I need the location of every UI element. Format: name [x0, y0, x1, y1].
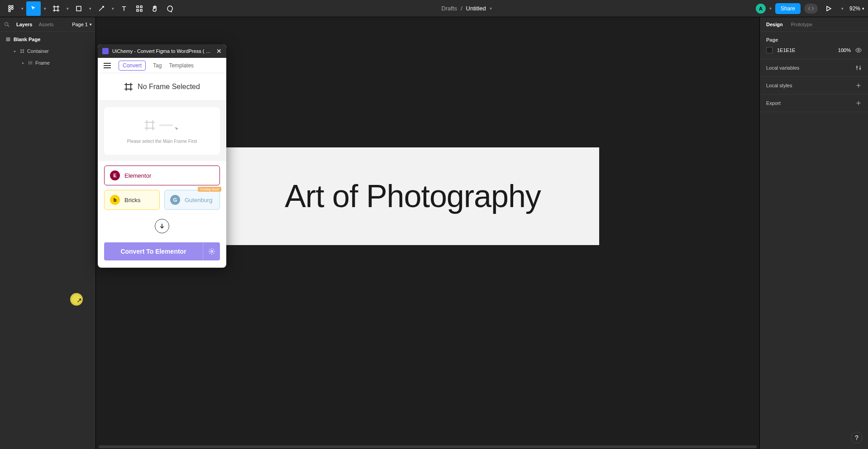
- share-button[interactable]: Share: [775, 3, 801, 14]
- plus-icon[interactable]: [855, 100, 862, 106]
- chevron-down-icon[interactable]: ▾: [64, 1, 71, 16]
- chevron-down-icon[interactable]: ▾: [42, 1, 48, 16]
- svg-line-15: [8, 25, 10, 27]
- chevron-down-icon: ▾: [862, 6, 864, 11]
- svg-rect-12: [137, 9, 138, 11]
- svg-point-0: [9, 5, 10, 7]
- adjust-icon[interactable]: [855, 65, 862, 71]
- plugin-window: UiChemy - Convert Figma to WordPress ( E…: [98, 44, 226, 268]
- assets-tab[interactable]: Assets: [38, 22, 53, 27]
- builder-option-elementor[interactable]: E Elementor: [104, 165, 220, 185]
- arrow-down-icon: [159, 223, 165, 229]
- no-frame-message: No Frame Selected: [98, 73, 226, 101]
- prototype-tab[interactable]: Prototype: [791, 22, 812, 27]
- frame-icon: [20, 49, 24, 53]
- builder-label: Elementor: [124, 172, 151, 179]
- devmode-toggle[interactable]: [804, 4, 818, 14]
- plugin-tab-templates[interactable]: Templates: [169, 62, 194, 69]
- svg-point-26: [858, 49, 859, 51]
- local-styles-label: Local styles: [766, 83, 792, 88]
- svg-point-3: [11, 8, 13, 9]
- layer-label: Frame: [35, 60, 50, 66]
- chevron-down-icon[interactable]: ▾: [110, 1, 116, 16]
- horizontal-scrollbar[interactable]: [99, 445, 757, 448]
- layer-row[interactable]: ▸ Container: [0, 45, 95, 57]
- present-button[interactable]: [821, 1, 836, 16]
- move-tool-button[interactable]: [26, 1, 41, 16]
- svg-point-14: [5, 22, 8, 25]
- plugin-title: UiChemy - Convert Figma to WordPress ( E…: [112, 48, 213, 54]
- gutenberg-icon: G: [170, 195, 180, 205]
- headline-text: Art of Photography: [285, 178, 541, 214]
- chevron-down-icon: ▾: [90, 22, 92, 27]
- coming-soon-badge: Coming Soon: [198, 187, 221, 192]
- preview-card: Please select the Main Frame First: [104, 107, 220, 155]
- plugin-titlebar[interactable]: UiChemy - Convert Figma to WordPress ( E…: [98, 44, 226, 58]
- zoom-display[interactable]: 92% ▾: [849, 5, 864, 12]
- document-title[interactable]: Untitled: [466, 5, 486, 12]
- plugin-tab-tag[interactable]: Tag: [153, 62, 162, 69]
- page-color-value[interactable]: 1E1E1E: [777, 47, 795, 53]
- layer-label: Container: [27, 48, 49, 54]
- hand-tool-button[interactable]: [148, 1, 162, 16]
- builder-option-gutenberg[interactable]: Coming Soon G Gutenburg: [164, 190, 220, 210]
- chevron-down-icon[interactable]: ▾: [87, 1, 93, 16]
- page-color-swatch[interactable]: [766, 47, 773, 53]
- resources-tool-button[interactable]: [132, 1, 147, 16]
- convert-settings-button[interactable]: [203, 242, 220, 260]
- layers-tab[interactable]: Layers: [16, 22, 32, 27]
- expand-chevron-icon[interactable]: ▸: [21, 61, 25, 65]
- frame-icon: [124, 82, 133, 91]
- zoom-value: 92%: [849, 5, 860, 12]
- preview-placeholder: [110, 118, 215, 132]
- pen-tool-button[interactable]: [94, 1, 109, 16]
- layer-label: Blank Page: [14, 37, 40, 42]
- bricks-icon: b: [110, 195, 120, 205]
- chevron-down-icon[interactable]: ▾: [769, 6, 772, 11]
- design-frame[interactable]: Art of Photography: [226, 147, 599, 245]
- cursor-highlight: [70, 293, 83, 306]
- frame-tool-button[interactable]: [49, 1, 63, 16]
- design-tab[interactable]: Design: [766, 22, 783, 27]
- close-icon[interactable]: ✕: [216, 47, 222, 55]
- page-icon: [5, 37, 11, 42]
- left-panel: Layers Assets Page 1 ▾ Blank Page ▸ Cont…: [0, 17, 96, 449]
- text-tool-button[interactable]: T: [117, 1, 131, 16]
- menu-icon[interactable]: [103, 62, 111, 69]
- convert-button[interactable]: Convert To Elementor: [104, 242, 203, 260]
- scroll-down-button[interactable]: [155, 219, 169, 233]
- elementor-icon: E: [110, 170, 120, 180]
- preview-hint: Please select the Main Frame First: [110, 139, 215, 144]
- frame-icon: [144, 119, 156, 131]
- page-selector[interactable]: Page 1 ▾: [72, 22, 92, 27]
- shape-tool-button[interactable]: [72, 1, 86, 16]
- group-icon: [28, 61, 33, 65]
- builder-label: Gutenburg: [185, 197, 212, 203]
- layer-row[interactable]: Blank Page: [0, 33, 95, 45]
- chevron-down-icon[interactable]: ▾: [490, 6, 492, 11]
- svg-point-4: [9, 10, 10, 12]
- plugin-tab-convert[interactable]: Convert: [119, 61, 146, 71]
- top-toolbar: ▾ ▾ ▾ ▾ ▾ T Drafts / Untitled ▾: [0, 0, 868, 17]
- page-opacity-value[interactable]: 100%: [838, 47, 851, 53]
- location-label: Drafts: [441, 5, 457, 12]
- document-path[interactable]: Drafts / Untitled ▾: [177, 5, 756, 12]
- eye-icon[interactable]: [855, 47, 862, 53]
- chevron-down-icon[interactable]: ▾: [839, 1, 846, 16]
- builder-option-bricks[interactable]: b Bricks: [104, 190, 160, 210]
- comment-tool-button[interactable]: [163, 1, 177, 16]
- page-selector-label: Page 1: [72, 22, 88, 27]
- figma-menu-button[interactable]: [4, 1, 18, 16]
- chevron-down-icon[interactable]: ▾: [19, 1, 25, 16]
- svg-rect-13: [140, 9, 142, 11]
- export-label: Export: [766, 100, 781, 106]
- plus-icon[interactable]: [855, 82, 862, 89]
- right-panel: Design Prototype Page 1E1E1E 100% Local …: [759, 17, 868, 449]
- search-icon[interactable]: [4, 21, 10, 28]
- layer-row[interactable]: ▸ Frame: [0, 57, 95, 69]
- help-button[interactable]: ?: [851, 432, 863, 444]
- gear-icon: [208, 248, 215, 255]
- user-avatar[interactable]: A: [756, 4, 766, 14]
- expand-chevron-icon[interactable]: ▸: [13, 49, 17, 53]
- cursor-icon: [174, 126, 180, 132]
